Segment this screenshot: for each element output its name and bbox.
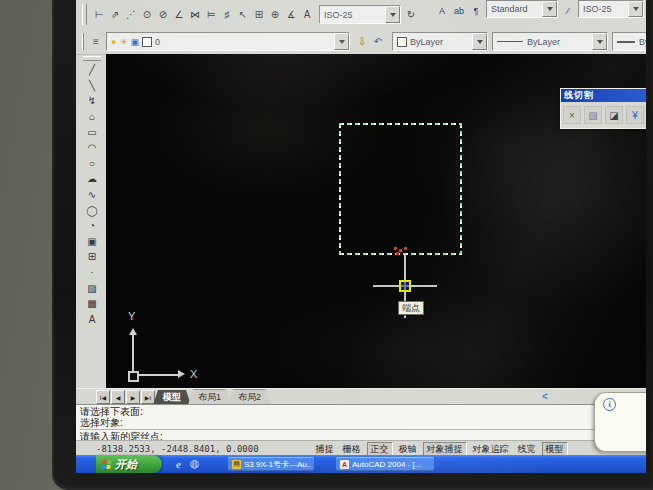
ellipse-button[interactable]: ◯ bbox=[81, 202, 103, 218]
command-window[interactable]: 请选择下表面: 选择对象: 请输入新的穿丝点: bbox=[76, 404, 646, 442]
polyline-button[interactable]: ↯ bbox=[81, 93, 103, 109]
chevron-down-icon[interactable] bbox=[334, 33, 349, 50]
linear-dimension-button[interactable]: ⊢ bbox=[91, 5, 107, 25]
wirecut-toolbar: 线切割 × ▨ ◪ ¥ ! ▌ bbox=[560, 88, 646, 129]
rectangle-button[interactable]: ▭ bbox=[81, 124, 103, 140]
toggle-grid[interactable]: 栅格 bbox=[340, 443, 364, 455]
dimension-text-edit-button[interactable]: A bbox=[299, 5, 315, 25]
square-edge-right bbox=[460, 123, 462, 255]
center-mark-button[interactable]: ⊕ bbox=[267, 5, 283, 25]
styles-toolbar: A ab ¶ Standard ∕ ISO-25 bbox=[435, 0, 644, 18]
ordinate-dimension-button[interactable]: ⋰ bbox=[123, 5, 139, 25]
quick-dimension-button[interactable]: ⋈ bbox=[187, 5, 203, 25]
layer-combo[interactable]: ● ☀ ▣ 0 bbox=[106, 32, 350, 51]
toggle-ortho[interactable]: 正交 bbox=[367, 442, 393, 456]
chevron-down-icon[interactable] bbox=[542, 1, 557, 17]
lineweight-control-combo[interactable]: ByLayer bbox=[612, 32, 646, 51]
multiline-text-button[interactable]: A bbox=[81, 312, 103, 328]
task-button-autocad[interactable]: A AutoCAD 2004 - [... bbox=[336, 457, 434, 471]
color-control-combo[interactable]: ByLayer bbox=[392, 32, 488, 51]
tolerance-button[interactable]: ⊞ bbox=[251, 5, 267, 25]
dim-style-value: ISO-25 bbox=[324, 10, 353, 20]
construction-line-button[interactable]: ╲ bbox=[81, 78, 103, 94]
lineweight-value: ByLayer bbox=[639, 37, 646, 47]
edit-text-icon[interactable]: ab bbox=[452, 4, 466, 18]
hatch-button[interactable]: ▨ bbox=[81, 280, 103, 296]
tab-layout1[interactable]: 布局1 bbox=[188, 389, 231, 405]
toolbar-grip[interactable] bbox=[82, 33, 84, 51]
first-tab-button[interactable]: I◀ bbox=[96, 390, 110, 404]
revision-cloud-button[interactable]: ☁ bbox=[81, 171, 103, 187]
point-button[interactable]: · bbox=[81, 265, 103, 281]
wirecut-toolbar-title[interactable]: 线切割 bbox=[561, 89, 646, 102]
start-button[interactable]: 开始 bbox=[96, 455, 162, 473]
ucs-y-axis bbox=[132, 331, 134, 373]
quick-leader-button[interactable]: ↖ bbox=[235, 5, 251, 25]
toolbar-grip[interactable] bbox=[83, 56, 101, 61]
toggle-model-space[interactable]: 模型 bbox=[542, 442, 568, 456]
chevron-down-icon[interactable] bbox=[628, 1, 643, 17]
layer-previous-button[interactable]: ↶ bbox=[370, 32, 386, 52]
style-manager-icon[interactable]: ¶ bbox=[469, 4, 483, 18]
text-style-combo[interactable]: Standard bbox=[486, 0, 558, 18]
line-button[interactable]: ╱ bbox=[81, 62, 103, 78]
insert-block-button[interactable]: ▣ bbox=[81, 234, 103, 250]
dim-style-brush-icon[interactable]: ∕ bbox=[561, 4, 575, 18]
chevron-down-icon[interactable] bbox=[472, 33, 487, 50]
region-button[interactable]: ▩ bbox=[81, 296, 103, 312]
toggle-otrack[interactable]: 对象追踪 bbox=[470, 443, 512, 455]
layers-properties-toolbar: ≡ ● ☀ ▣ 0 ⇩ ↶ ByLayer ByLayer ByLayer bbox=[76, 29, 646, 55]
wirecut-workpiece-icon[interactable]: ▨ bbox=[584, 106, 602, 124]
wirecut-path-icon[interactable]: ◪ bbox=[605, 106, 623, 124]
arc-button[interactable]: ◠ bbox=[81, 140, 103, 156]
toggle-polar[interactable]: 极轴 bbox=[396, 443, 420, 455]
toggle-lineweight[interactable]: 线宽 bbox=[515, 443, 539, 455]
current-layer-name: 0 bbox=[155, 37, 160, 47]
task-button-wirecut-card[interactable]: ▤ S3 9X-1号卡---Au.. bbox=[228, 457, 314, 471]
toggle-osnap[interactable]: 对象捕捉 bbox=[423, 442, 467, 456]
layer-lock-icon[interactable]: ▣ bbox=[131, 37, 140, 47]
square-edge-bottom bbox=[339, 253, 462, 255]
chevron-down-icon[interactable] bbox=[592, 33, 607, 50]
next-tab-button[interactable]: ▶ bbox=[126, 390, 140, 404]
aligned-dimension-button[interactable]: ⇗ bbox=[107, 5, 123, 25]
linetype-control-combo[interactable]: ByLayer bbox=[492, 32, 608, 51]
ellipse-arc-button[interactable]: ◔ bbox=[81, 218, 103, 234]
toolbar-grip[interactable] bbox=[82, 4, 87, 24]
layer-freeze-icon[interactable]: ☀ bbox=[119, 37, 127, 47]
dim-style-combo-top[interactable]: ISO-25 bbox=[578, 0, 644, 18]
text-style-icon[interactable]: A bbox=[435, 4, 449, 18]
prev-tab-button[interactable]: ◀ bbox=[111, 390, 125, 404]
toggle-snap[interactable]: 捕捉 bbox=[313, 443, 337, 455]
circle-button[interactable]: ○ bbox=[81, 156, 103, 172]
polygon-button[interactable]: ⌂ bbox=[81, 109, 103, 125]
tab-layout2[interactable]: 布局2 bbox=[228, 389, 271, 405]
diameter-dimension-button[interactable]: ⊘ bbox=[155, 5, 171, 25]
baseline-dimension-button[interactable]: ⊨ bbox=[203, 5, 219, 25]
spline-button[interactable]: ∿ bbox=[81, 187, 103, 203]
quick-launch-icon[interactable]: ◍ bbox=[188, 457, 201, 470]
angular-dimension-button[interactable]: ∠ bbox=[171, 5, 187, 25]
last-tab-button[interactable]: ▶I bbox=[141, 390, 155, 404]
ucs-y-label: Y bbox=[128, 310, 135, 322]
communication-center-balloon: i bbox=[594, 392, 646, 452]
layer-properties-button[interactable]: ≡ bbox=[88, 32, 104, 52]
wirecut-tools-icon[interactable]: × bbox=[563, 106, 581, 124]
make-block-button[interactable]: ⊞ bbox=[81, 249, 103, 265]
coordinate-readout[interactable]: -8138.2533, -2448.8401, 0.0000 bbox=[96, 444, 259, 454]
dim-style-combo[interactable]: ISO-25 bbox=[319, 5, 401, 24]
make-object-layer-current-button[interactable]: ⇩ bbox=[354, 32, 370, 52]
chevron-down-icon[interactable] bbox=[385, 6, 400, 23]
selected-square-object[interactable] bbox=[339, 123, 462, 255]
continue-dimension-button[interactable]: ♯ bbox=[219, 5, 235, 25]
layer-color-chip bbox=[142, 37, 152, 47]
dimension-update-button[interactable]: ↻ bbox=[401, 5, 421, 25]
wirecut-operator-icon[interactable]: ¥ bbox=[626, 106, 644, 124]
tab-model[interactable]: 模型 bbox=[153, 390, 191, 405]
radius-dimension-button[interactable]: ⊙ bbox=[139, 5, 155, 25]
drawing-canvas[interactable]: 端点 Y X 线切割 × ▨ ◪ ¥ ! ▌ bbox=[106, 54, 646, 388]
internet-explorer-icon[interactable]: e bbox=[172, 457, 185, 470]
tab-scroll-indicator[interactable]: < bbox=[542, 391, 548, 402]
dimension-edit-button[interactable]: ∡ bbox=[283, 5, 299, 25]
layer-on-off-icon[interactable]: ● bbox=[111, 37, 116, 47]
